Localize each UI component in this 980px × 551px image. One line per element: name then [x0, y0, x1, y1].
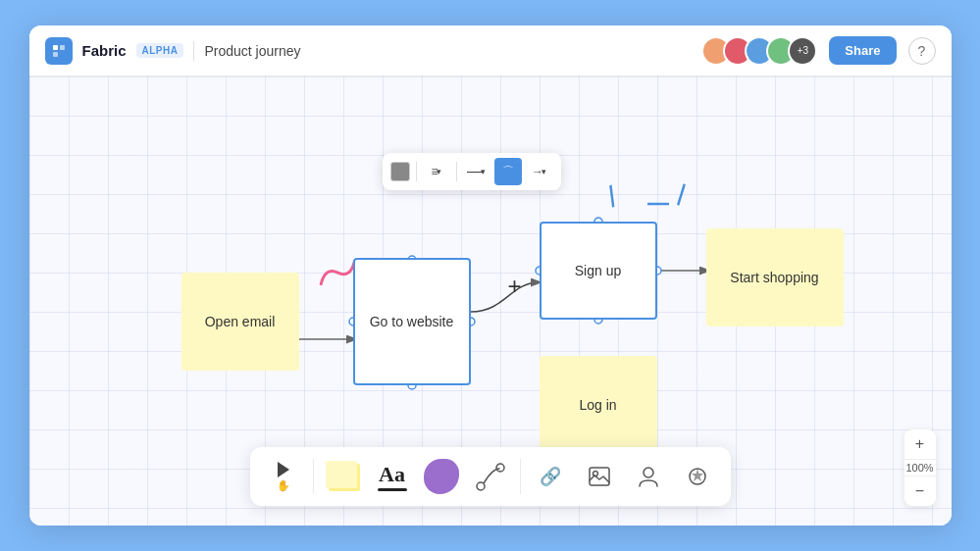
help-button[interactable]: ?: [908, 37, 936, 65]
sticky-front: [326, 461, 357, 488]
toolbar-sep-bt-2: [520, 459, 521, 494]
zoom-out-button[interactable]: −: [904, 476, 936, 506]
app-window: Fabric ALPHA Product journey +3 Share ?: [29, 25, 952, 526]
node-start-shopping-label: Start shopping: [730, 270, 818, 285]
node-sign-up[interactable]: Sign up: [540, 222, 657, 320]
image-icon: [589, 467, 610, 486]
user-icon: [639, 466, 658, 487]
bottom-toolbar: ✋ Aa: [250, 447, 731, 506]
shape-tool[interactable]: [420, 455, 463, 498]
node-sign-up-label: Sign up: [575, 263, 621, 278]
node-open-email-label: Open email: [205, 314, 276, 329]
zoom-level: 100%: [905, 460, 933, 476]
svg-line-15: [673, 184, 688, 206]
image-tool[interactable]: [578, 455, 621, 498]
text-tool[interactable]: Aa: [371, 455, 414, 498]
zoom-in-button[interactable]: +: [904, 429, 936, 459]
header-actions: +3 Share ?: [701, 36, 935, 66]
toolbar-section-1: ✋: [262, 455, 305, 498]
user-tool[interactable]: [627, 455, 670, 498]
lightning-3: [665, 180, 691, 210]
node-go-to-website-label: Go to website: [370, 314, 454, 329]
arrow-chevron: ▾: [542, 167, 546, 176]
align-chevron: ▾: [437, 167, 441, 176]
curve-btn[interactable]: ⌒: [494, 158, 522, 185]
document-title[interactable]: Product journey: [204, 43, 300, 59]
magic-icon: [687, 466, 708, 487]
arrow-btn[interactable]: → ▾: [526, 158, 553, 185]
toolbar-section-2: Aa: [322, 455, 512, 498]
play-icon: [278, 462, 289, 477]
node-open-email[interactable]: Open email: [181, 273, 299, 371]
svg-point-20: [644, 468, 653, 477]
hand-icon: ✋: [277, 479, 290, 492]
sticky-stack: [326, 461, 361, 492]
svg-point-17: [496, 464, 504, 472]
blob-shape: [424, 459, 459, 494]
sticky-tool[interactable]: [322, 455, 365, 498]
node-go-to-website[interactable]: Go to website: [353, 258, 471, 385]
toolbar-section-3: 🔗: [529, 455, 719, 498]
text-aa-icon: Aa: [379, 462, 405, 487]
lightning-1: [603, 182, 625, 212]
line-chevron: ▾: [481, 167, 486, 176]
toolbar-sep-2: [456, 162, 457, 181]
alpha-badge: ALPHA: [136, 43, 184, 58]
brand-name: Fabric: [82, 42, 127, 59]
canvas[interactable]: ≡ ▾ — ▾ ⌒ → ▾ 👀: [29, 76, 952, 526]
collaborators: +3: [701, 36, 817, 66]
link-tool[interactable]: 🔗: [529, 455, 572, 498]
svg-rect-2: [53, 52, 58, 57]
magic-tool[interactable]: [676, 455, 719, 498]
toolbar-sep-1: [416, 162, 417, 181]
node-log-in-label: Log in: [579, 397, 616, 413]
toolbar-sep-bt-1: [313, 459, 314, 494]
link-icon: 🔗: [540, 466, 561, 487]
avatar-count[interactable]: +3: [788, 36, 817, 66]
node-start-shopping[interactable]: Start shopping: [706, 228, 844, 326]
svg-line-13: [605, 185, 617, 207]
curve-icon: ⌒: [502, 164, 514, 180]
logo: [45, 37, 73, 65]
header-divider: [193, 41, 194, 61]
svg-rect-1: [60, 45, 65, 50]
text-icon-container: Aa: [378, 462, 407, 491]
node-log-in[interactable]: Log in: [540, 356, 657, 454]
float-toolbar: ≡ ▾ — ▾ ⌒ → ▾: [383, 153, 561, 190]
text-underline: [378, 488, 407, 491]
connector-svg: [473, 459, 508, 494]
plus-decoration: +: [508, 273, 522, 300]
share-button[interactable]: Share: [829, 36, 896, 65]
svg-rect-0: [53, 45, 58, 50]
connector-tool[interactable]: [469, 455, 512, 498]
header: Fabric ALPHA Product journey +3 Share ?: [29, 25, 952, 76]
play-tool[interactable]: ✋: [262, 455, 305, 498]
align-btn[interactable]: ≡ ▾: [423, 158, 450, 185]
color-swatch[interactable]: [390, 162, 410, 181]
line-btn[interactable]: — ▾: [463, 158, 490, 185]
zoom-controls: + 100% −: [904, 429, 936, 506]
